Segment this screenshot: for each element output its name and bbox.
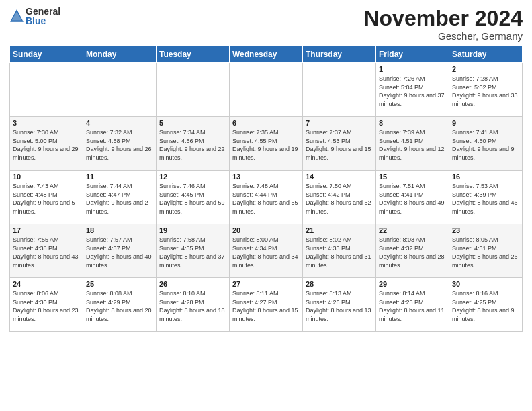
weekday-monday: Monday [83, 46, 157, 63]
day-number-4-1: 25 [86, 280, 153, 288]
day-number-1-0: 3 [13, 119, 80, 127]
day-info-1-6: Sunrise: 7:41 AM Sunset: 4:50 PM Dayligh… [452, 128, 519, 162]
calendar-cell-0-4 [303, 63, 376, 117]
calendar: Sunday Monday Tuesday Wednesday Thursday… [9, 46, 523, 332]
weekday-thursday: Thursday [303, 46, 376, 63]
calendar-cell-0-1 [83, 63, 157, 117]
day-number-1-4: 7 [306, 119, 373, 127]
day-number-4-3: 27 [232, 280, 300, 288]
day-number-3-6: 23 [452, 226, 519, 234]
weekday-saturday: Saturday [449, 46, 523, 63]
calendar-cell-3-0: 17Sunrise: 7:55 AM Sunset: 4:38 PM Dayli… [10, 224, 83, 278]
calendar-body: 1Sunrise: 7:26 AM Sunset: 5:04 PM Daylig… [10, 63, 523, 332]
day-number-2-3: 13 [232, 173, 300, 181]
calendar-cell-2-2: 12Sunrise: 7:46 AM Sunset: 4:45 PM Dayli… [157, 171, 230, 224]
day-info-0-5: Sunrise: 7:26 AM Sunset: 5:04 PM Dayligh… [379, 75, 446, 108]
calendar-cell-1-4: 7Sunrise: 7:37 AM Sunset: 4:53 PM Daylig… [303, 117, 376, 171]
day-number-3-0: 17 [13, 226, 80, 234]
calendar-cell-1-2: 5Sunrise: 7:34 AM Sunset: 4:56 PM Daylig… [157, 117, 230, 171]
weekday-sunday: Sunday [10, 46, 83, 63]
day-number-4-0: 24 [13, 280, 80, 288]
day-info-3-0: Sunrise: 7:55 AM Sunset: 4:38 PM Dayligh… [13, 236, 80, 269]
calendar-cell-2-1: 11Sunrise: 7:44 AM Sunset: 4:47 PM Dayli… [83, 171, 157, 224]
calendar-cell-0-3 [230, 63, 303, 117]
day-info-3-1: Sunrise: 7:57 AM Sunset: 4:37 PM Dayligh… [86, 236, 153, 269]
calendar-cell-1-3: 6Sunrise: 7:35 AM Sunset: 4:55 PM Daylig… [230, 117, 303, 171]
day-number-1-6: 9 [452, 119, 519, 127]
page: General Blue November 2024 Gescher, Germ… [0, 0, 532, 411]
logo-icon [9, 9, 24, 24]
day-info-2-6: Sunrise: 7:53 AM Sunset: 4:39 PM Dayligh… [452, 182, 519, 216]
weekday-tuesday: Tuesday [157, 46, 230, 63]
day-info-1-3: Sunrise: 7:35 AM Sunset: 4:55 PM Dayligh… [232, 128, 300, 162]
day-info-1-5: Sunrise: 7:39 AM Sunset: 4:51 PM Dayligh… [379, 128, 446, 162]
day-number-0-5: 1 [379, 65, 446, 73]
day-info-3-3: Sunrise: 8:00 AM Sunset: 4:34 PM Dayligh… [232, 236, 300, 269]
day-info-1-1: Sunrise: 7:32 AM Sunset: 4:58 PM Dayligh… [86, 128, 153, 162]
calendar-cell-3-3: 20Sunrise: 8:00 AM Sunset: 4:34 PM Dayli… [230, 224, 303, 278]
day-number-1-3: 6 [232, 119, 300, 127]
day-number-0-6: 2 [452, 65, 519, 73]
week-row-2: 10Sunrise: 7:43 AM Sunset: 4:48 PM Dayli… [10, 171, 523, 224]
calendar-cell-4-3: 27Sunrise: 8:11 AM Sunset: 4:27 PM Dayli… [230, 278, 303, 332]
svg-marker-1 [11, 11, 21, 20]
day-number-4-5: 29 [379, 280, 446, 288]
day-number-2-1: 11 [86, 173, 153, 181]
day-number-3-5: 22 [379, 226, 446, 234]
day-number-2-0: 10 [13, 173, 80, 181]
calendar-cell-4-2: 26Sunrise: 8:10 AM Sunset: 4:28 PM Dayli… [157, 278, 230, 332]
calendar-cell-3-1: 18Sunrise: 7:57 AM Sunset: 4:37 PM Dayli… [83, 224, 157, 278]
calendar-cell-0-2 [157, 63, 230, 117]
title-block: November 2024 Gescher, Germany [363, 7, 523, 42]
calendar-cell-2-3: 13Sunrise: 7:48 AM Sunset: 4:44 PM Dayli… [230, 171, 303, 224]
calendar-cell-2-0: 10Sunrise: 7:43 AM Sunset: 4:48 PM Dayli… [10, 171, 83, 224]
day-number-3-2: 19 [159, 226, 226, 234]
day-info-3-6: Sunrise: 8:05 AM Sunset: 4:31 PM Dayligh… [452, 236, 519, 269]
day-number-4-6: 30 [452, 280, 519, 288]
calendar-cell-4-4: 28Sunrise: 8:13 AM Sunset: 4:26 PM Dayli… [303, 278, 376, 332]
calendar-cell-1-1: 4Sunrise: 7:32 AM Sunset: 4:58 PM Daylig… [83, 117, 157, 171]
week-row-4: 24Sunrise: 8:06 AM Sunset: 4:30 PM Dayli… [10, 278, 523, 332]
day-number-1-2: 5 [159, 119, 226, 127]
day-info-1-0: Sunrise: 7:30 AM Sunset: 5:00 PM Dayligh… [13, 128, 80, 162]
week-row-3: 17Sunrise: 7:55 AM Sunset: 4:38 PM Dayli… [10, 224, 523, 278]
day-number-3-3: 20 [232, 226, 300, 234]
weekday-row: Sunday Monday Tuesday Wednesday Thursday… [10, 46, 523, 63]
calendar-cell-3-4: 21Sunrise: 8:02 AM Sunset: 4:33 PM Dayli… [303, 224, 376, 278]
day-info-4-3: Sunrise: 8:11 AM Sunset: 4:27 PM Dayligh… [232, 289, 300, 323]
day-number-2-2: 12 [159, 173, 226, 181]
logo-general-text: General [26, 7, 60, 16]
day-number-3-4: 21 [306, 226, 373, 234]
day-info-2-4: Sunrise: 7:50 AM Sunset: 4:42 PM Dayligh… [306, 182, 373, 216]
day-info-4-4: Sunrise: 8:13 AM Sunset: 4:26 PM Dayligh… [306, 289, 373, 323]
day-info-4-5: Sunrise: 8:14 AM Sunset: 4:25 PM Dayligh… [379, 289, 446, 323]
day-info-2-0: Sunrise: 7:43 AM Sunset: 4:48 PM Dayligh… [13, 182, 80, 216]
calendar-cell-4-0: 24Sunrise: 8:06 AM Sunset: 4:30 PM Dayli… [10, 278, 83, 332]
day-number-4-4: 28 [306, 280, 373, 288]
calendar-cell-0-0 [10, 63, 83, 117]
calendar-cell-0-6: 2Sunrise: 7:28 AM Sunset: 5:02 PM Daylig… [449, 63, 523, 117]
day-number-1-1: 4 [86, 119, 153, 127]
day-info-4-1: Sunrise: 8:08 AM Sunset: 4:29 PM Dayligh… [86, 289, 153, 323]
header: General Blue November 2024 Gescher, Germ… [9, 7, 523, 42]
calendar-cell-3-5: 22Sunrise: 8:03 AM Sunset: 4:32 PM Dayli… [376, 224, 449, 278]
day-info-1-4: Sunrise: 7:37 AM Sunset: 4:53 PM Dayligh… [306, 128, 373, 162]
calendar-cell-3-2: 19Sunrise: 7:58 AM Sunset: 4:35 PM Dayli… [157, 224, 230, 278]
calendar-cell-2-6: 16Sunrise: 7:53 AM Sunset: 4:39 PM Dayli… [449, 171, 523, 224]
day-info-3-2: Sunrise: 7:58 AM Sunset: 4:35 PM Dayligh… [159, 236, 226, 269]
weekday-friday: Friday [376, 46, 449, 63]
day-number-2-5: 15 [379, 173, 446, 181]
calendar-cell-1-0: 3Sunrise: 7:30 AM Sunset: 5:00 PM Daylig… [10, 117, 83, 171]
day-info-2-3: Sunrise: 7:48 AM Sunset: 4:44 PM Dayligh… [232, 182, 300, 216]
day-info-2-2: Sunrise: 7:46 AM Sunset: 4:45 PM Dayligh… [159, 182, 226, 216]
calendar-cell-2-5: 15Sunrise: 7:51 AM Sunset: 4:41 PM Dayli… [376, 171, 449, 224]
calendar-cell-4-6: 30Sunrise: 8:16 AM Sunset: 4:25 PM Dayli… [449, 278, 523, 332]
calendar-cell-0-5: 1Sunrise: 7:26 AM Sunset: 5:04 PM Daylig… [376, 63, 449, 117]
week-row-0: 1Sunrise: 7:26 AM Sunset: 5:04 PM Daylig… [10, 63, 523, 117]
day-info-4-6: Sunrise: 8:16 AM Sunset: 4:25 PM Dayligh… [452, 289, 519, 323]
calendar-cell-3-6: 23Sunrise: 8:05 AM Sunset: 4:31 PM Dayli… [449, 224, 523, 278]
day-number-2-6: 16 [452, 173, 519, 181]
day-info-1-2: Sunrise: 7:34 AM Sunset: 4:56 PM Dayligh… [159, 128, 226, 162]
calendar-cell-4-1: 25Sunrise: 8:08 AM Sunset: 4:29 PM Dayli… [83, 278, 157, 332]
day-info-4-0: Sunrise: 8:06 AM Sunset: 4:30 PM Dayligh… [13, 289, 80, 323]
